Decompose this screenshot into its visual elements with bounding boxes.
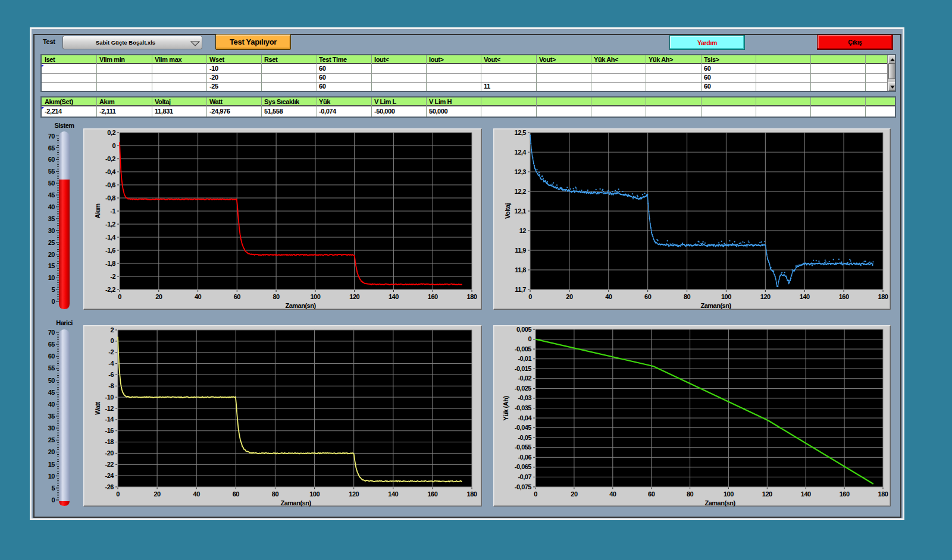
svg-text:20: 20 xyxy=(571,490,578,498)
svg-text:12: 12 xyxy=(519,227,527,234)
svg-text:-26: -26 xyxy=(105,483,114,490)
svg-text:Voltaj: Voltaj xyxy=(504,203,511,219)
svg-text:Zaman(sn): Zaman(sn) xyxy=(280,499,311,506)
svg-text:Zaman(sn): Zaman(sn) xyxy=(285,302,316,309)
svg-text:55: 55 xyxy=(48,364,55,372)
svg-text:65: 65 xyxy=(48,144,55,152)
svg-text:-20: -20 xyxy=(105,449,114,457)
svg-text:50: 50 xyxy=(48,180,55,187)
svg-text:70: 70 xyxy=(48,133,55,140)
svg-text:15: 15 xyxy=(48,461,55,468)
svg-text:Zaman(sn): Zaman(sn) xyxy=(704,499,735,506)
svg-text:15: 15 xyxy=(48,262,55,269)
svg-text:12,3: 12,3 xyxy=(515,168,527,175)
svg-text:-0,07: -0,07 xyxy=(518,473,531,480)
svg-text:100: 100 xyxy=(310,293,320,300)
svg-text:70: 70 xyxy=(48,329,55,336)
svg-text:100: 100 xyxy=(721,293,731,300)
svg-text:25: 25 xyxy=(48,239,55,246)
svg-text:-1,4: -1,4 xyxy=(105,234,116,241)
svg-text:80: 80 xyxy=(273,293,280,300)
svg-text:-0,03: -0,03 xyxy=(518,394,531,401)
svg-text:0: 0 xyxy=(528,335,531,342)
svg-text:120: 120 xyxy=(349,490,359,498)
svg-text:120: 120 xyxy=(762,490,772,498)
svg-text:-1,2: -1,2 xyxy=(105,221,115,228)
svg-text:55: 55 xyxy=(48,168,55,175)
svg-text:2: 2 xyxy=(110,326,114,334)
svg-text:0,005: 0,005 xyxy=(516,326,531,333)
svg-text:-0,2: -0,2 xyxy=(105,155,115,162)
svg-text:140: 140 xyxy=(801,490,811,498)
svg-text:100: 100 xyxy=(309,490,320,498)
svg-text:120: 120 xyxy=(349,293,359,300)
svg-text:-0,6: -0,6 xyxy=(105,181,115,188)
svg-text:40: 40 xyxy=(48,203,55,210)
svg-text:12,5: 12,5 xyxy=(515,129,527,136)
svg-text:35: 35 xyxy=(48,215,55,222)
svg-text:-0,8: -0,8 xyxy=(105,194,115,202)
svg-text:-14: -14 xyxy=(105,416,115,423)
svg-text:40: 40 xyxy=(48,401,55,408)
svg-text:-2,2: -2,2 xyxy=(105,286,115,293)
svg-text:Zaman(sn): Zaman(sn) xyxy=(700,302,731,309)
svg-text:50: 50 xyxy=(48,377,55,384)
svg-text:-0,06: -0,06 xyxy=(518,454,531,461)
svg-text:-0,055: -0,055 xyxy=(515,443,532,451)
svg-text:11,7: 11,7 xyxy=(515,286,526,293)
svg-text:-24: -24 xyxy=(105,472,115,479)
svg-text:0: 0 xyxy=(112,142,115,149)
svg-text:60: 60 xyxy=(648,490,655,498)
svg-text:-16: -16 xyxy=(105,427,114,434)
svg-text:40: 40 xyxy=(195,293,202,300)
svg-text:12,2: 12,2 xyxy=(515,188,527,195)
svg-text:-2: -2 xyxy=(110,273,115,280)
svg-text:-2: -2 xyxy=(108,348,114,355)
svg-text:5: 5 xyxy=(51,485,55,492)
svg-text:180: 180 xyxy=(467,293,477,300)
svg-text:160: 160 xyxy=(427,490,437,498)
svg-text:120: 120 xyxy=(760,293,771,300)
svg-text:160: 160 xyxy=(840,490,850,498)
svg-text:12,1: 12,1 xyxy=(515,207,527,215)
svg-text:40: 40 xyxy=(193,490,201,498)
svg-text:40: 40 xyxy=(605,293,612,300)
svg-text:180: 180 xyxy=(878,293,888,300)
svg-text:0: 0 xyxy=(528,293,532,300)
svg-text:160: 160 xyxy=(428,293,438,300)
svg-text:80: 80 xyxy=(684,293,691,300)
svg-text:0,2: 0,2 xyxy=(107,129,115,136)
svg-text:11,8: 11,8 xyxy=(515,266,526,273)
svg-text:-0,02: -0,02 xyxy=(518,375,531,382)
svg-text:-22: -22 xyxy=(105,461,114,468)
svg-text:35: 35 xyxy=(48,413,55,420)
svg-text:160: 160 xyxy=(839,293,849,300)
svg-text:60: 60 xyxy=(48,156,55,163)
svg-text:60: 60 xyxy=(644,293,652,300)
svg-text:60: 60 xyxy=(234,293,241,300)
svg-text:-1,6: -1,6 xyxy=(105,247,115,254)
svg-text:80: 80 xyxy=(272,490,279,498)
svg-text:-0,4: -0,4 xyxy=(105,168,116,175)
svg-text:-0,035: -0,035 xyxy=(515,404,532,411)
svg-text:20: 20 xyxy=(155,293,162,300)
svg-text:12,4: 12,4 xyxy=(515,149,527,156)
svg-text:0: 0 xyxy=(116,490,120,498)
svg-text:180: 180 xyxy=(878,490,888,498)
svg-text:180: 180 xyxy=(467,490,477,498)
svg-text:60: 60 xyxy=(233,490,240,498)
svg-text:Akım: Akım xyxy=(94,203,101,219)
svg-text:11,9: 11,9 xyxy=(515,247,526,254)
svg-text:-12: -12 xyxy=(105,405,114,412)
svg-text:45: 45 xyxy=(48,389,55,396)
svg-text:140: 140 xyxy=(389,293,399,300)
svg-text:-8: -8 xyxy=(108,382,114,389)
svg-text:-0,075: -0,075 xyxy=(515,483,532,490)
svg-text:Yük (Ah): Yük (Ah) xyxy=(502,396,509,421)
svg-text:-0,05: -0,05 xyxy=(518,434,531,441)
svg-text:-18: -18 xyxy=(105,438,114,445)
svg-text:0: 0 xyxy=(51,496,55,504)
svg-text:100: 100 xyxy=(724,490,734,498)
svg-text:140: 140 xyxy=(800,293,810,300)
svg-text:60: 60 xyxy=(48,353,55,360)
